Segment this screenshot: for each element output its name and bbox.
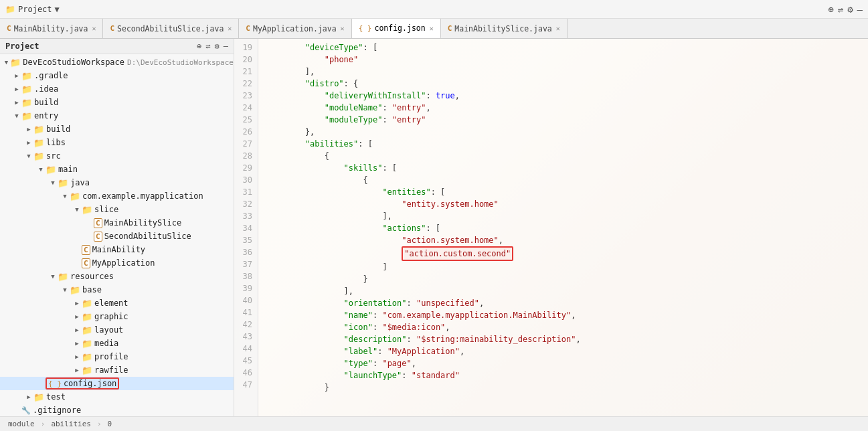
- tree-item-resources[interactable]: ▼ 📁 resources: [0, 270, 234, 283]
- tree-item-myapplication[interactable]: C MyApplication: [0, 256, 234, 270]
- code-editor[interactable]: "deviceType": [ "phone" ], "distro": { "…: [258, 39, 868, 416]
- editor-area: 1920212223242526272829303132333435363738…: [234, 39, 868, 416]
- tree-item-profile[interactable]: ▶ 📁 profile: [0, 350, 234, 363]
- tree-item-secondabilituslice[interactable]: C SecondAbilituSlice: [0, 230, 234, 243]
- code-segment: [266, 359, 344, 368]
- line-number: 37: [237, 258, 252, 270]
- add-icon[interactable]: ⊕: [828, 4, 833, 15]
- code-line: "icon": "$media:icon",: [266, 321, 860, 333]
- gear-icon[interactable]: ⚙: [847, 4, 853, 15]
- code-line: "skills": [: [266, 162, 860, 174]
- code-segment: "description": [344, 335, 407, 344]
- tree-item-main[interactable]: ▼ 📁 main: [0, 163, 234, 176]
- code-segment: "action.system.home": [402, 236, 499, 245]
- tree-item-config-json[interactable]: { } config.json: [0, 377, 234, 390]
- tree-item-layout[interactable]: ▶ 📁 layout: [0, 323, 234, 337]
- line-number: 35: [237, 234, 252, 246]
- line-numbers: 1920212223242526272829303132333435363738…: [234, 39, 258, 416]
- tab-close-icon[interactable]: ✕: [341, 25, 345, 32]
- tree-item-element[interactable]: ▶ 📁 element: [0, 296, 234, 310]
- tree-label-main: main: [58, 165, 78, 174]
- sidebar-sync-icon[interactable]: ⇌: [205, 41, 210, 51]
- tree-item-src[interactable]: ▼ 📁 src: [0, 149, 234, 163]
- project-icon: 📁: [5, 5, 15, 14]
- line-number: 43: [237, 331, 252, 343]
- tree-label-gradle: .gradle: [34, 71, 68, 80]
- folder-icon: 📁: [21, 111, 32, 121]
- tab-close-icon[interactable]: ✕: [556, 25, 560, 32]
- tree-item-graphic[interactable]: ▶ 📁 graphic: [0, 310, 234, 323]
- tree-item-com-example[interactable]: ▼ 📁 com.example.myapplication: [0, 189, 234, 203]
- tree-item-base[interactable]: ▼ 📁 base: [0, 283, 234, 296]
- code-line: {: [266, 150, 860, 162]
- tree-item-idea[interactable]: ▶ 📁 .idea: [0, 82, 234, 96]
- tree-label-base: base: [82, 285, 102, 294]
- code-segment: [266, 163, 344, 173]
- tree-item-build-root[interactable]: ▶ 📁 build: [0, 96, 234, 109]
- code-segment: :: [382, 115, 392, 124]
- tree-item-entry-build[interactable]: ▶ 📁 build: [0, 122, 234, 136]
- code-segment: [266, 323, 344, 332]
- code-segment: "deliveryWithInstall": [325, 91, 426, 100]
- tree-label-build-root: build: [34, 98, 58, 107]
- code-segment: :: [377, 347, 387, 356]
- code-segment: [266, 249, 402, 258]
- tree-label-java: java: [70, 178, 90, 187]
- line-number: 34: [237, 222, 252, 234]
- code-line: "description": "$string:mainability_desc…: [266, 333, 860, 345]
- folder-icon: 📁: [58, 178, 68, 188]
- split-icon[interactable]: ⇌: [838, 4, 843, 15]
- tab-close-icon[interactable]: ✕: [92, 25, 96, 32]
- tree-item-slice[interactable]: ▼ 📁 slice: [0, 203, 234, 216]
- tree-item-mainability[interactable]: C MainAbility: [0, 243, 234, 256]
- code-segment: "entry": [392, 115, 426, 124]
- tree-item-gitignore[interactable]: 🔧 .gitignore: [0, 404, 234, 416]
- code-segment: }: [266, 274, 368, 284]
- code-segment: "MyApplication": [387, 347, 460, 356]
- config-json-box: { } config.json: [46, 377, 119, 390]
- code-segment: ,: [426, 103, 430, 112]
- code-segment: ,: [445, 323, 450, 332]
- line-number: 47: [237, 379, 252, 391]
- tree-item-rawfile[interactable]: ▶ 📁 rawfile: [0, 363, 234, 377]
- code-line: "orientation": "unspecified",: [266, 297, 860, 309]
- line-number: 39: [237, 282, 252, 294]
- tab-config-json[interactable]: { } config.json ✕: [352, 19, 441, 39]
- code-line: ],: [266, 210, 860, 222]
- tree-item-libs[interactable]: ▶ 📁 libs: [0, 136, 234, 149]
- tab-myapplication-java[interactable]: C MyApplication.java ✕: [239, 19, 351, 38]
- tab-mainability-java[interactable]: C MainAbility.java ✕: [0, 19, 103, 38]
- tree-item-test[interactable]: ▶ 📁 test: [0, 390, 234, 404]
- sidebar-collapse-icon[interactable]: —: [224, 41, 228, 51]
- line-number: 41: [237, 307, 252, 319]
- code-segment: :: [373, 323, 382, 332]
- tab-close-icon[interactable]: ✕: [228, 25, 232, 32]
- sidebar-toolbar: ⊕ ⇌ ⚙ —: [197, 41, 228, 51]
- tab-c-icon: C: [110, 24, 114, 33]
- code-segment: true: [436, 91, 455, 100]
- sidebar-gear-icon[interactable]: ⚙: [215, 41, 220, 51]
- breadcrumb-sep2: ›: [97, 420, 102, 428]
- line-number: 36: [237, 246, 252, 258]
- tree-root[interactable]: ▼ 📁 DevEcoStudioWorkspace D:\DevEcoStudi…: [0, 56, 234, 69]
- code-segment: ,: [412, 359, 416, 368]
- tab-secondabilituslice-java[interactable]: C SecondAbilituSlice.java ✕: [103, 19, 239, 38]
- sidebar-plus-icon[interactable]: ⊕: [197, 41, 201, 51]
- tree-item-media[interactable]: ▶ 📁 media: [0, 337, 234, 350]
- code-line: "type": "page",: [266, 357, 860, 369]
- tree-item-gradle[interactable]: ▶ 📁 .gradle: [0, 69, 234, 82]
- tree-item-java[interactable]: ▼ 📁 java: [0, 176, 234, 189]
- title-bar-dropdown-icon[interactable]: ▼: [55, 5, 60, 14]
- tree-arrow-layout: ▶: [72, 327, 82, 333]
- tree-arrow-resources: ▼: [48, 273, 58, 280]
- editor-content[interactable]: 1920212223242526272829303132333435363738…: [234, 39, 868, 416]
- code-segment: : {: [344, 79, 359, 88]
- tab-close-icon[interactable]: ✕: [430, 25, 434, 32]
- code-segment: ,: [499, 236, 503, 245]
- tab-mainabilityslice-java[interactable]: C MainAbilitySlice.java ✕: [441, 19, 568, 38]
- folder-icon: 📁: [82, 352, 92, 362]
- tree-item-mainabilityslice[interactable]: C MainAbilitySlice: [0, 216, 234, 230]
- close-icon[interactable]: —: [857, 4, 863, 15]
- tree-label-element: element: [94, 298, 128, 308]
- tree-item-entry[interactable]: ▼ 📁 entry: [0, 109, 234, 122]
